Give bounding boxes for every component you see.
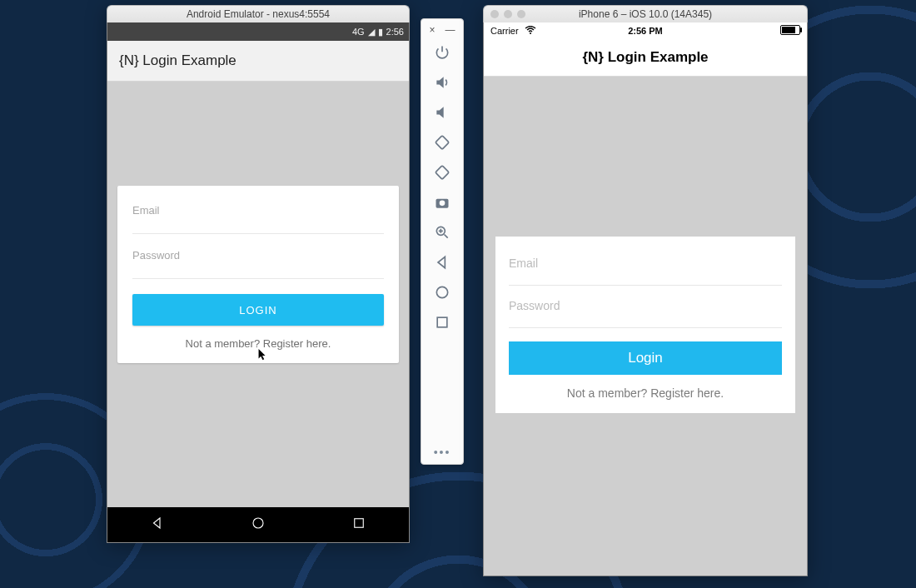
svg-rect-2 (436, 136, 449, 149)
svg-point-7 (436, 287, 447, 297)
recents-nav-icon[interactable] (428, 307, 456, 337)
window-title: Android Emulator - nexus4:5554 (107, 5, 410, 22)
clock: 2:56 (386, 27, 404, 37)
battery-charging-icon: ▮ (378, 27, 383, 37)
rotate-left-icon[interactable] (428, 127, 456, 157)
window-title-text: iPhone 6 – iOS 10.0 (14A345) (579, 8, 712, 20)
login-button[interactable]: Login (509, 341, 782, 375)
register-link[interactable]: Not a member? Register here. (509, 386, 782, 400)
ios-simulator-window: iPhone 6 – iOS 10.0 (14A345) Carrier 2:5… (483, 5, 808, 576)
back-button[interactable] (150, 516, 165, 534)
toolbar-window-controls[interactable]: ×— (429, 24, 455, 37)
ios-content: Email Password Login Not a member? Regis… (484, 77, 807, 576)
power-icon[interactable] (428, 37, 456, 67)
volume-up-icon[interactable] (428, 67, 456, 97)
android-status-bar: 4G ◢ ▮ 2:56 (107, 22, 409, 41)
more-icon[interactable]: ••• (434, 446, 451, 459)
home-nav-icon[interactable] (428, 277, 456, 307)
page-title: {N} Login Example (119, 52, 236, 69)
email-field[interactable]: Email (132, 204, 384, 217)
svg-rect-1 (354, 519, 363, 528)
login-card: Email Password Login Not a member? Regis… (495, 237, 795, 413)
register-link[interactable]: Not a member? Register here. (132, 337, 384, 350)
traffic-lights[interactable] (490, 10, 525, 18)
home-button[interactable] (251, 516, 266, 534)
volume-down-icon[interactable] (428, 97, 456, 127)
android-screen: 4G ◢ ▮ 2:56 {N} Login Example Email Pass… (107, 22, 410, 543)
android-content: Email Password LOGIN Not a member? Regis… (107, 82, 409, 507)
window-title: iPhone 6 – iOS 10.0 (14A345) (483, 5, 808, 22)
email-field[interactable]: Email (509, 257, 782, 270)
clock: 2:56 PM (484, 26, 807, 36)
ios-status-bar: Carrier 2:56 PM (484, 22, 807, 39)
android-action-bar: {N} Login Example (107, 41, 409, 82)
password-field[interactable]: Password (132, 249, 384, 262)
android-emulator-window: Android Emulator - nexus4:5554 4G ◢ ▮ 2:… (107, 5, 410, 543)
recents-button[interactable] (351, 516, 366, 534)
ios-screen: Carrier 2:56 PM {N} Login Example Email … (483, 22, 808, 576)
back-nav-icon[interactable] (428, 247, 456, 277)
emulator-toolbar: ×— ••• (421, 18, 464, 465)
android-nav-bar (107, 507, 409, 542)
signal-icon: ◢ (368, 27, 375, 37)
network-badge: 4G (352, 27, 365, 37)
field-underline (132, 233, 384, 234)
field-underline (132, 278, 384, 279)
svg-rect-8 (437, 317, 447, 327)
svg-point-5 (440, 201, 446, 207)
camera-icon[interactable] (428, 187, 456, 217)
login-button[interactable]: LOGIN (132, 294, 384, 326)
svg-point-0 (253, 518, 263, 528)
password-field[interactable]: Password (509, 299, 782, 312)
zoom-in-icon[interactable] (428, 217, 456, 247)
rotate-right-icon[interactable] (428, 157, 456, 187)
svg-rect-3 (436, 166, 449, 179)
battery-icon (780, 25, 800, 37)
ios-nav-bar: {N} Login Example (484, 39, 807, 77)
field-underline (509, 327, 782, 328)
page-title: {N} Login Example (582, 49, 708, 66)
login-card: Email Password LOGIN Not a member? Regis… (117, 186, 399, 363)
field-underline (509, 285, 782, 286)
